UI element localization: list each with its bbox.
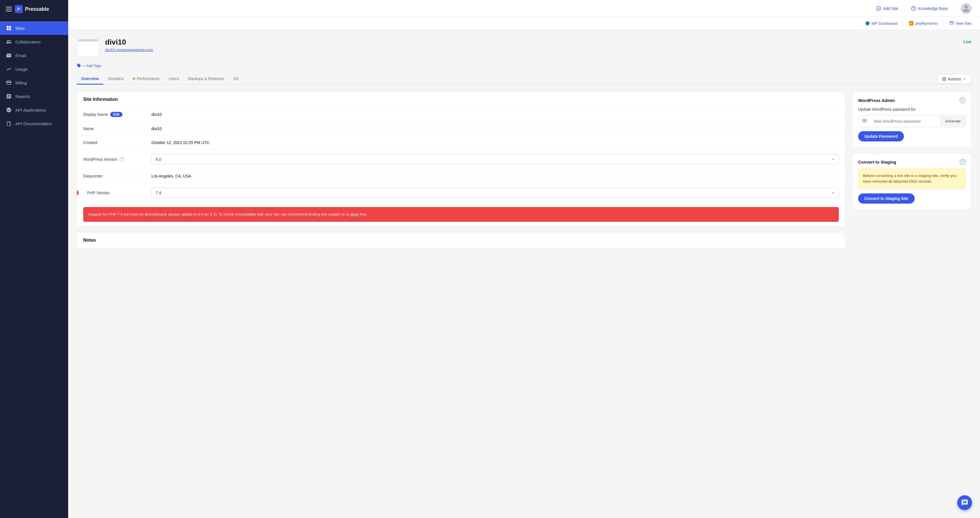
staging-help-icon[interactable]: ? — [960, 159, 966, 165]
add-tags-label: + Add Tags — [83, 64, 101, 68]
eye-icon — [862, 118, 867, 123]
site-information-card: Site Information Display Name Edit divi1… — [77, 91, 845, 227]
phpmyadmin-button[interactable]: db phpMyAdmin — [909, 21, 938, 25]
wp-dashboard-button[interactable]: WP Dashboard — [865, 21, 897, 25]
sidebar-item-api-applications[interactable]: API Applications — [0, 103, 68, 117]
sidebar-item-sites-label: Sites — [15, 26, 25, 31]
wp-version-select[interactable]: 6.0 6.1 6.2 6.3 — [151, 154, 839, 164]
php-warning-link[interactable]: clone — [350, 212, 359, 216]
wp-version-select-wrapper: 6.0 6.1 6.2 6.3 — [151, 154, 839, 164]
password-input-row: Generate — [858, 115, 966, 127]
wp-admin-title: WordPress Admin — [858, 98, 895, 103]
performance-dot — [133, 78, 135, 80]
table-row: Datacenter Los Angeles, CA, USA — [77, 169, 845, 183]
table-row: Created October 12, 2021 02:25 PM UTC — [77, 136, 845, 150]
reports-icon — [6, 93, 12, 99]
hamburger-menu[interactable] — [6, 7, 12, 11]
sidebar-item-billing[interactable]: Billing — [0, 76, 68, 89]
sidebar-item-api-documentation[interactable]: API Documentation — [0, 117, 68, 130]
wp-admin-subtitle: Update WordPress password for — [858, 107, 966, 111]
sidebar-item-api-documentation-label: API Documentation — [15, 121, 52, 126]
update-password-button[interactable]: Update Password — [858, 131, 904, 141]
topbar-divider — [904, 5, 905, 12]
php-warning-text: Support for PHP 7.4 will soon be discont… — [88, 212, 350, 216]
table-row: Display Name Edit divi10 — [77, 107, 845, 122]
sidebar-item-collaborators[interactable]: Collaborators — [0, 35, 68, 49]
avatar[interactable] — [961, 3, 972, 14]
php-warning-badge: 1 — [77, 190, 79, 195]
site-name: divi10 — [105, 38, 958, 46]
site-info: divi10 divi10.mystagingwebsite.com — [105, 38, 958, 52]
generate-password-button[interactable]: Generate — [940, 116, 965, 126]
table-row: WordPress Version ? 6.0 6.1 6.2 6.3 — [77, 150, 845, 169]
password-toggle-button[interactable] — [858, 115, 870, 127]
wp-admin-header: WordPress Admin ? — [858, 97, 966, 103]
new-password-input[interactable] — [870, 116, 940, 126]
left-column: Site Information Display Name Edit divi1… — [77, 91, 845, 254]
site-header: divi10 divi10.mystagingwebsite.com Live — [77, 38, 972, 57]
table-row: 1 PHP Version 7.4 8.0 8.1 8.2 — [77, 183, 845, 202]
logo-icon: P — [15, 5, 23, 13]
sidebar-item-collaborators-label: Collaborators — [15, 40, 41, 44]
add-site-button[interactable]: Add Site — [876, 6, 898, 11]
tab-performance[interactable]: Performance — [128, 73, 164, 85]
actions-button[interactable]: Actions — [937, 74, 972, 84]
display-name-value: divi10 — [145, 107, 845, 122]
edit-display-name-button[interactable]: Edit — [110, 112, 123, 117]
collaborators-icon — [6, 39, 12, 45]
api-applications-icon — [6, 107, 12, 113]
sidebar-item-email[interactable]: Email — [0, 49, 68, 62]
created-value: October 12, 2021 02:25 PM UTC — [145, 136, 845, 149]
datacenter-value: Los Angeles, CA, USA — [145, 169, 845, 183]
knowledge-base-button[interactable]: Knowledge Base — [911, 6, 948, 11]
sidebar-item-sites[interactable]: Sites — [0, 21, 68, 35]
sites-icon — [6, 25, 12, 31]
wp-admin-help-icon[interactable]: ? — [960, 97, 966, 103]
chat-button[interactable] — [957, 495, 972, 510]
convert-to-staging-card: Convert to Staging ? Before converting a… — [852, 153, 972, 210]
display-name-label: Display Name Edit — [77, 107, 145, 122]
wordpress-admin-card: WordPress Admin ? Update WordPress passw… — [852, 91, 972, 148]
tab-overview[interactable]: Overview — [77, 73, 103, 85]
add-tags-button[interactable]: + Add Tags — [77, 64, 972, 68]
actions-label: Actions — [948, 77, 961, 81]
right-column: WordPress Admin ? Update WordPress passw… — [852, 91, 972, 254]
chat-icon — [961, 499, 968, 506]
php-version-select[interactable]: 7.4 8.0 8.1 8.2 — [151, 188, 839, 198]
topbar: Add Site Knowledge Base — [68, 0, 980, 17]
sidebar-item-usage-label: Usage — [15, 67, 27, 72]
sidebar-item-usage[interactable]: Usage — [0, 62, 68, 76]
tab-backups[interactable]: Backups & Restores — [183, 73, 229, 85]
svg-rect-8 — [950, 22, 953, 24]
sidebar-item-reports[interactable]: Reports — [0, 89, 68, 103]
api-documentation-icon — [6, 121, 12, 127]
site-url[interactable]: divi10.mystagingwebsite.com — [105, 48, 958, 52]
two-col-layout: Site Information Display Name Edit divi1… — [77, 91, 972, 254]
php-warning-text-after: first. — [359, 212, 367, 216]
convert-to-staging-button[interactable]: Convert to Staging Site — [858, 194, 915, 203]
php-warning-box: Support for PHP 7.4 will soon be discont… — [83, 207, 839, 222]
app-name: Pressable — [25, 6, 49, 12]
info-table: Display Name Edit divi10 Name divi10 — [77, 107, 845, 202]
tab-git[interactable]: Git — [229, 73, 243, 85]
tabs-bar: Overview Domains Performance Users Backu… — [77, 73, 972, 85]
topbar-divider2 — [954, 5, 955, 12]
name-label: Name — [77, 122, 145, 135]
table-row: Name divi10 — [77, 122, 845, 136]
gear-icon — [942, 77, 946, 81]
staging-header: Convert to Staging ? — [858, 159, 966, 165]
sidebar-item-reports-label: Reports — [15, 94, 30, 99]
tab-domains[interactable]: Domains — [103, 73, 128, 85]
wp-version-help-icon[interactable]: ? — [119, 157, 124, 162]
php-version-label: 1 PHP Version — [77, 183, 145, 202]
content-area: divi10 divi10.mystagingwebsite.com Live … — [68, 30, 980, 518]
tab-users[interactable]: Users — [164, 73, 184, 85]
wp-version-value: 6.0 6.1 6.2 6.3 — [145, 150, 845, 169]
view-site-button[interactable]: View Site — [949, 21, 972, 25]
svg-point-10 — [864, 120, 865, 122]
sidebar-item-email-label: Email — [15, 53, 26, 58]
notes-title: Notes — [77, 233, 845, 248]
topbar-actions: Add Site Knowledge Base — [876, 3, 972, 14]
sidebar-item-api-applications-label: API Applications — [15, 108, 46, 113]
sidebar-header: P Pressable — [0, 0, 68, 19]
